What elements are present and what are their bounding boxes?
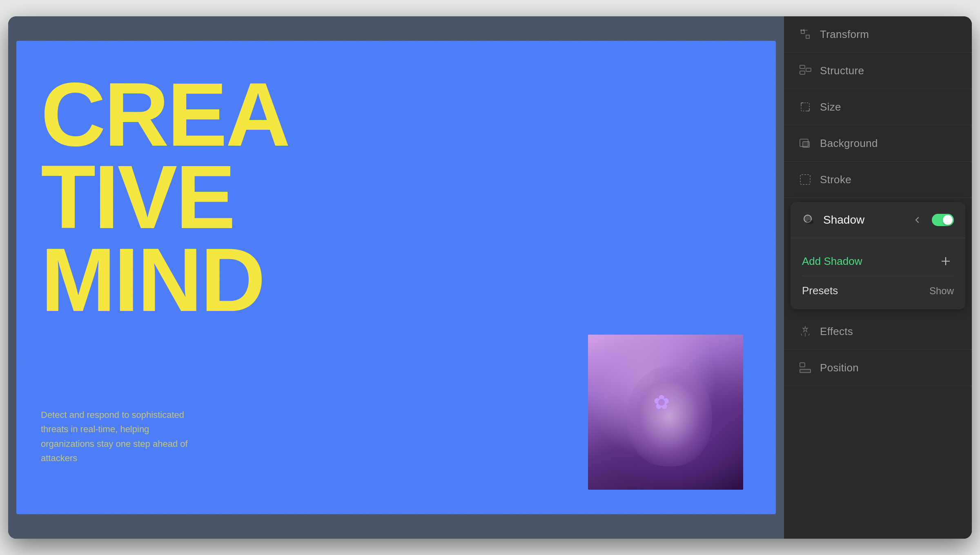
size-icon — [799, 100, 812, 113]
transform-label: Transform — [820, 28, 869, 41]
presets-row: Presets Show — [802, 276, 954, 301]
svg-rect-11 — [800, 363, 805, 367]
headline-text-2: TIVE — [41, 156, 289, 238]
shadow-body: Add Shadow Presets Show — [791, 238, 965, 309]
sidebar-item-structure[interactable]: Structure — [784, 53, 972, 89]
svg-rect-10 — [800, 369, 811, 373]
svg-rect-2 — [800, 71, 805, 74]
svg-rect-4 — [801, 103, 809, 111]
right-panel: Transform Structure Size — [784, 16, 972, 539]
shadow-toggle[interactable] — [932, 214, 954, 226]
background-icon — [799, 137, 812, 150]
app-window: CREA TIVE MIND Detect and respond to sop… — [8, 16, 972, 539]
canvas-area: CREA TIVE MIND Detect and respond to sop… — [8, 16, 784, 539]
structure-label: Structure — [820, 64, 864, 77]
headline-text-3: MIND — [41, 239, 289, 321]
background-label: Background — [820, 137, 878, 150]
portrait-inner — [588, 335, 743, 490]
body-text: Detect and respond to sophisticated thre… — [41, 408, 188, 465]
sidebar-item-stroke[interactable]: Stroke — [784, 162, 972, 198]
svg-rect-1 — [800, 65, 805, 69]
presets-label: Presets — [802, 284, 838, 297]
sidebar-item-transform[interactable]: Transform — [784, 16, 972, 53]
structure-icon — [799, 64, 812, 77]
sidebar-item-size[interactable]: Size — [784, 89, 972, 125]
sidebar-item-background[interactable]: Background — [784, 125, 972, 162]
size-label: Size — [820, 101, 841, 113]
position-label: Position — [820, 362, 859, 374]
add-shadow-button[interactable] — [938, 253, 954, 269]
stroke-icon — [799, 173, 812, 186]
portrait-image — [588, 335, 743, 490]
sidebar-item-effects[interactable]: Effects — [784, 313, 972, 350]
svg-rect-3 — [806, 68, 811, 71]
svg-point-9 — [806, 220, 814, 224]
shadow-title: Shadow — [823, 213, 909, 226]
shadow-panel: Shadow Add Shadow — [791, 202, 965, 309]
headline: CREA TIVE MIND — [41, 73, 289, 321]
transform-icon — [799, 28, 812, 41]
add-shadow-row: Add Shadow — [802, 246, 954, 276]
svg-point-0 — [800, 29, 802, 31]
svg-rect-6 — [803, 142, 809, 147]
svg-rect-7 — [800, 175, 810, 184]
slide: CREA TIVE MIND Detect and respond to sop… — [16, 41, 776, 514]
sidebar-item-position[interactable]: Position — [784, 350, 972, 386]
add-shadow-label: Add Shadow — [802, 255, 862, 268]
stroke-label: Stroke — [820, 173, 851, 186]
effects-label: Effects — [820, 325, 853, 338]
effects-icon — [799, 325, 812, 338]
position-icon — [799, 361, 812, 374]
shadow-header: Shadow — [791, 202, 965, 238]
show-link[interactable]: Show — [929, 285, 954, 297]
shadow-icon — [802, 213, 816, 227]
back-button[interactable] — [909, 212, 925, 228]
headline-text: CREA — [41, 73, 289, 156]
